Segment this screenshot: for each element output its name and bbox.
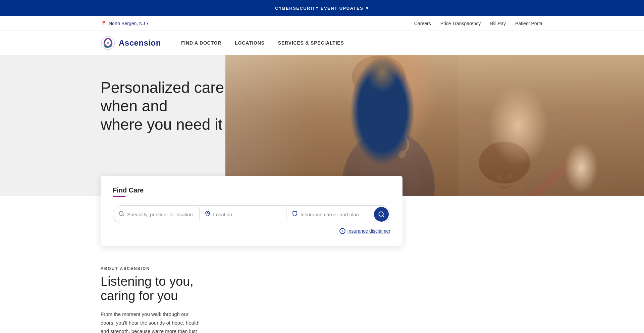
banner-text: CYBERSECURITY EVENT UPDATES <box>275 6 363 11</box>
location-pin-icon: 📍 <box>101 20 107 26</box>
svg-point-15 <box>560 160 574 171</box>
insurance-input[interactable] <box>301 212 367 217</box>
svg-line-26 <box>383 216 384 217</box>
svg-rect-2 <box>225 55 644 196</box>
location-text: North Bergen, NJ <box>109 21 145 26</box>
ascension-logo-icon <box>101 36 115 50</box>
find-doctor-nav-link[interactable]: FIND A DOCTOR <box>181 40 221 46</box>
svg-point-7 <box>356 58 393 86</box>
utility-links: Careers Price Transparency Bill Pay Pati… <box>414 21 543 26</box>
about-label: ABOUT ASCENSION <box>101 266 201 271</box>
info-icon: i <box>339 228 345 234</box>
svg-rect-21 <box>225 55 644 196</box>
search-button-icon <box>378 211 385 218</box>
location-dropdown-icon: ▾ <box>147 21 149 26</box>
hero-section: Personalized care when and where you nee… <box>0 55 644 196</box>
location-field <box>200 207 286 221</box>
nav-links-list: FIND A DOCTOR LOCATIONS SERVICES & SPECI… <box>181 40 344 46</box>
svg-line-23 <box>122 215 123 216</box>
logo-link[interactable]: Ascension <box>101 36 161 50</box>
insurance-icon <box>292 211 298 218</box>
location-selector[interactable]: 📍 North Bergen, NJ ▾ <box>101 20 149 26</box>
cybersecurity-banner[interactable]: CYBERSECURITY EVENT UPDATES ▾ <box>0 0 644 16</box>
logo-text: Ascension <box>119 38 161 48</box>
svg-point-5 <box>353 58 405 118</box>
banner-chevron: ▾ <box>366 6 369 11</box>
search-bar <box>113 205 390 223</box>
insurance-disclaimer-link[interactable]: Insurance disclaimer <box>347 228 390 234</box>
patient-portal-link[interactable]: Patient Portal <box>515 21 543 26</box>
svg-point-6 <box>352 56 406 98</box>
svg-point-8 <box>371 87 376 94</box>
svg-rect-3 <box>458 55 644 196</box>
careers-link[interactable]: Careers <box>414 21 431 26</box>
find-care-section: Find Care <box>0 176 644 246</box>
find-care-title: Find Care <box>113 186 390 194</box>
hero-photo-svg <box>225 55 644 196</box>
specialty-input[interactable] <box>127 212 194 217</box>
svg-point-9 <box>383 86 388 92</box>
hero-content: Personalized care when and where you nee… <box>0 55 235 141</box>
about-title: Listening to you, caring for you <box>101 274 201 303</box>
find-care-card: Find Care <box>101 176 402 246</box>
specialty-field <box>113 207 200 221</box>
search-icon <box>118 211 124 218</box>
about-section: ABOUT ASCENSION Listening to you, caring… <box>0 246 302 333</box>
price-transparency-link[interactable]: Price Transparency <box>440 21 481 26</box>
location-input[interactable] <box>213 212 280 217</box>
hero-title: Personalized care when and where you nee… <box>101 78 235 134</box>
main-nav: Ascension FIND A DOCTOR LOCATIONS SERVIC… <box>0 31 644 55</box>
bill-pay-link[interactable]: Bill Pay <box>490 21 506 26</box>
svg-point-24 <box>207 213 208 214</box>
hero-image <box>225 55 644 196</box>
locations-nav-link[interactable]: LOCATIONS <box>235 40 265 46</box>
find-care-underline <box>113 196 125 197</box>
services-nav-link[interactable]: SERVICES & SPECIALTIES <box>278 40 344 46</box>
search-button[interactable] <box>374 207 389 222</box>
insurance-field <box>286 207 373 221</box>
about-body-text: From the moment you walk through our doo… <box>101 310 201 333</box>
location-icon <box>205 211 210 218</box>
utility-nav: 📍 North Bergen, NJ ▾ Careers Price Trans… <box>0 16 644 31</box>
insurance-disclaimer: i Insurance disclaimer <box>113 228 390 234</box>
svg-point-1 <box>107 42 109 44</box>
svg-point-11 <box>398 151 406 158</box>
